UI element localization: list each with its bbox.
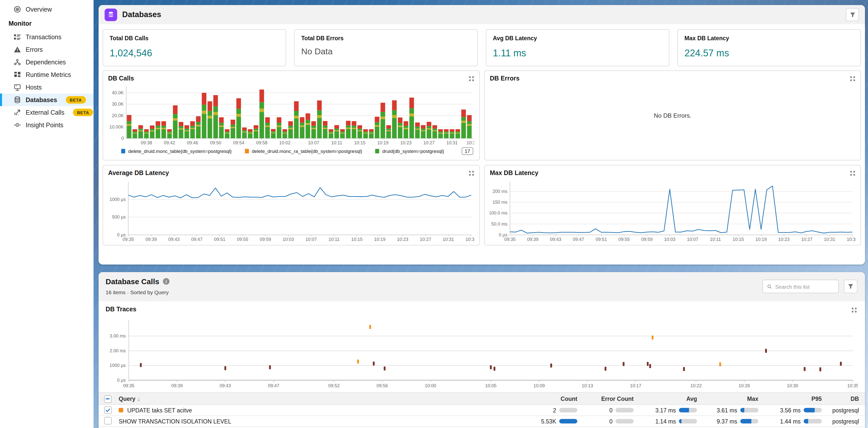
- svg-text:10:35: 10:35: [465, 237, 474, 242]
- beta-badge: BETA: [66, 96, 86, 103]
- column-header-p95[interactable]: P95: [761, 393, 824, 405]
- metric-cell: 1.44 ms: [761, 416, 824, 427]
- search-input[interactable]: [775, 283, 834, 289]
- svg-text:30.0K: 30.0K: [112, 101, 124, 106]
- dependencies-icon: [13, 58, 21, 66]
- column-header-avg[interactable]: Avg: [636, 393, 699, 405]
- svg-text:10:27: 10:27: [801, 237, 812, 242]
- svg-text:10:19: 10:19: [755, 237, 767, 242]
- sidebar-item-errors[interactable]: Errors: [0, 43, 94, 56]
- expand-icon[interactable]: [849, 170, 856, 179]
- stat-card-max-db-latency: Max DB Latency224.57 ms: [677, 29, 861, 66]
- filter-button[interactable]: [846, 8, 859, 21]
- svg-text:09:47: 09:47: [268, 383, 279, 388]
- table-row[interactable]: SHOW TRANSACTION ISOLATION LEVEL5.53K01.…: [99, 416, 865, 427]
- svg-text:200 ms: 200 ms: [493, 189, 507, 194]
- info-icon[interactable]: i: [163, 278, 169, 285]
- main-background: Databases Total DB Calls1,024,546Total D…: [94, 0, 868, 428]
- metric-bar: [616, 408, 634, 412]
- svg-text:1000 µs: 1000 µs: [110, 363, 126, 368]
- query-series-marker: [119, 408, 123, 412]
- metric-cell: 9.37 ms: [699, 416, 761, 427]
- beta-badge: BETA: [73, 109, 93, 116]
- sidebar-item-dependencies[interactable]: Dependencies: [0, 56, 94, 68]
- column-header-error-count[interactable]: Error Count: [579, 393, 636, 405]
- svg-text:10:35: 10:35: [847, 383, 858, 388]
- database-calls-title: Database Calls: [105, 277, 159, 286]
- max-latency-chart[interactable]: 0 µs50.0 ms100.0 ms150 ms200 ms09:3509:3…: [490, 178, 856, 243]
- avg-latency-chart[interactable]: 0 µs500 µs1000 µs09:3509:3909:4309:4709:…: [108, 178, 474, 243]
- column-header-db[interactable]: DB: [824, 393, 865, 405]
- list-filter-button[interactable]: [844, 280, 858, 293]
- column-header-max[interactable]: Max: [699, 393, 761, 405]
- svg-text:10:31: 10:31: [443, 237, 454, 242]
- runtime-metrics-icon: [13, 71, 21, 79]
- svg-text:150 ms: 150 ms: [493, 200, 507, 205]
- svg-text:09:39: 09:39: [527, 237, 538, 242]
- svg-text:10:35: 10:35: [466, 140, 474, 145]
- metric-bar: [559, 419, 577, 424]
- databases-icon: [13, 96, 21, 103]
- svg-text:2.00 ms: 2.00 ms: [110, 348, 126, 353]
- db-calls-title: DB Calls: [108, 75, 474, 82]
- svg-text:10:30: 10:30: [787, 383, 798, 388]
- legend-overflow-count[interactable]: 17: [462, 147, 473, 155]
- select-all-checkbox[interactable]: [104, 395, 112, 403]
- column-header-query[interactable]: Query↓: [117, 393, 533, 405]
- svg-text:10:09: 10:09: [533, 383, 545, 388]
- expand-icon[interactable]: [468, 75, 475, 84]
- stat-label: Avg DB Latency: [493, 35, 662, 41]
- expand-icon[interactable]: [468, 170, 475, 179]
- db-traces-section: DB Traces 0 µs1000 µs2.00 ms3.00 ms09:35…: [99, 301, 865, 390]
- table-row[interactable]: UPDATE taks SET acitve203.17 ms3.61 ms3.…: [99, 405, 865, 416]
- svg-text:50.0 ms: 50.0 ms: [491, 221, 507, 226]
- svg-text:10:23: 10:23: [397, 237, 408, 242]
- metric-bar: [740, 419, 758, 424]
- row-checkbox[interactable]: [104, 406, 112, 414]
- svg-text:10:15: 10:15: [351, 237, 363, 242]
- avg-latency-card: Average DB Latency 0 µs500 µs1000 µs09:3…: [102, 165, 480, 245]
- max-latency-title: Max DB Latency: [490, 170, 856, 177]
- svg-text:10:03: 10:03: [283, 237, 294, 242]
- expand-icon[interactable]: [851, 306, 858, 315]
- legend-item[interactable]: delete_druid.monc_table{db_system=postgr…: [121, 148, 231, 154]
- sidebar-item-transactions[interactable]: Transactions: [0, 31, 94, 43]
- sidebar-item-insight-points[interactable]: Insight Points: [0, 119, 94, 131]
- query-text[interactable]: UPDATE taks SET acitve: [127, 407, 192, 413]
- svg-text:09:42: 09:42: [164, 140, 175, 145]
- sidebar-section-monitor: Monitor: [0, 16, 94, 31]
- query-text[interactable]: SHOW TRANSACTION ISOLATION LEVEL: [119, 418, 231, 424]
- sidebar-item-external-calls[interactable]: External CallsBETA: [0, 106, 94, 119]
- svg-text:09:55: 09:55: [237, 237, 248, 242]
- metric-cell: 2: [533, 405, 579, 416]
- svg-text:09:43: 09:43: [219, 383, 231, 388]
- search-box: [763, 280, 839, 293]
- sidebar-item-databases[interactable]: DatabasesBETA: [0, 94, 94, 106]
- db-calls-chart[interactable]: 010.00K20.0K30.0K40.0K09:3809:4209:4609:…: [108, 83, 474, 146]
- metric-bar: [804, 419, 822, 424]
- metric-bar: [804, 408, 822, 412]
- svg-text:10:19: 10:19: [377, 140, 389, 145]
- metric-cell: 3.61 ms: [699, 405, 761, 416]
- svg-text:10:35: 10:35: [847, 237, 856, 242]
- sidebar-item-overview[interactable]: Overview: [0, 3, 94, 16]
- svg-text:10:22: 10:22: [690, 383, 702, 388]
- row-checkbox[interactable]: [104, 417, 112, 425]
- legend-label: druid{db_system=postgresql}: [382, 148, 444, 154]
- db-traces-chart[interactable]: 0 µs1000 µs2.00 ms3.00 ms09:3509:3909:43…: [105, 315, 858, 390]
- svg-text:3.00 ms: 3.00 ms: [110, 333, 126, 338]
- svg-text:10:27: 10:27: [423, 140, 434, 145]
- legend-item[interactable]: druid{db_system=postgresql}: [375, 148, 444, 154]
- column-header-count[interactable]: Count: [533, 393, 579, 405]
- errors-icon: [13, 46, 21, 53]
- database-calls-table: Query↓CountError CountAvgMaxP95DB UPDATE…: [99, 392, 865, 427]
- svg-text:10:05: 10:05: [485, 383, 496, 388]
- expand-icon[interactable]: [849, 75, 856, 84]
- svg-text:20.0K: 20.0K: [112, 113, 124, 118]
- svg-text:09:55: 09:55: [618, 237, 630, 242]
- databases-icon: [104, 8, 117, 21]
- sidebar-item-runtime-metrics[interactable]: Runtime Metrics: [0, 68, 94, 81]
- legend-item[interactable]: delete_druid.monc_ra_table{db_system=pos…: [245, 148, 362, 154]
- sidebar-item-hosts[interactable]: Hosts: [0, 81, 94, 94]
- database-calls-panel: Database Calls i 16 items · Sorted by Qu…: [99, 272, 865, 428]
